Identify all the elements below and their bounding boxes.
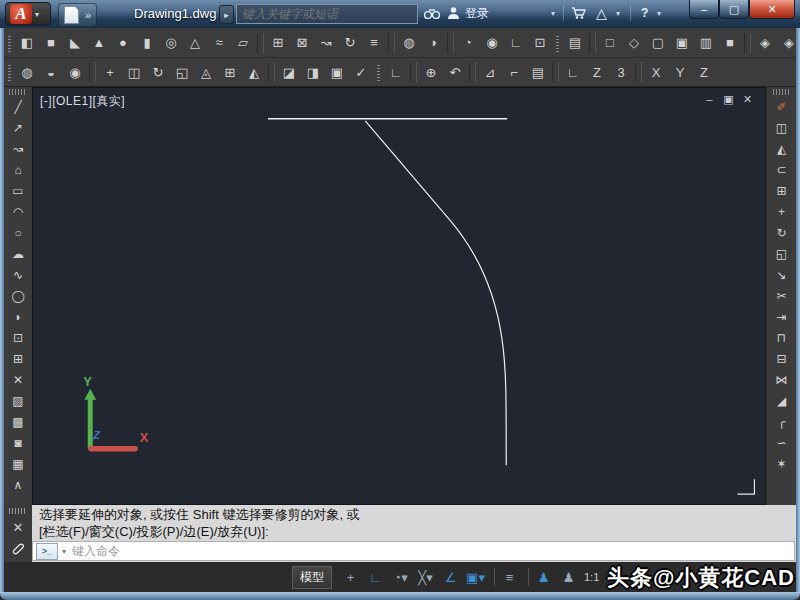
offset-icon[interactable]: ⊂ — [770, 159, 794, 180]
3d-scale-icon[interactable]: ◱ — [170, 61, 194, 84]
ucs-3point-icon[interactable]: 3 — [609, 61, 633, 84]
revision-cloud-icon[interactable]: ☁ — [6, 243, 30, 264]
command-close-icon[interactable]: ✕ — [6, 518, 30, 536]
model-tab-button[interactable]: 模型 — [292, 566, 332, 589]
pyramid-icon[interactable]: △ — [183, 31, 207, 54]
trim-icon[interactable]: ✂ — [770, 285, 794, 306]
3d-copy-icon[interactable]: ◫ — [122, 61, 146, 84]
create-block-icon[interactable]: ⊞ — [6, 348, 30, 369]
3d-move-icon[interactable]: + — [98, 61, 122, 84]
annotation-scale-label[interactable]: 1:1 — [581, 566, 602, 588]
rotate-icon[interactable]: ↻ — [770, 222, 794, 243]
polar-tracking-icon[interactable]: ◔▾ — [388, 566, 413, 588]
region-icon[interactable]: ◙ — [6, 432, 30, 453]
otrack-icon[interactable]: ∠ — [438, 566, 463, 588]
join-icon[interactable]: ⋈ — [770, 369, 794, 390]
sphere-icon[interactable]: ● — [111, 31, 135, 54]
planar-surface-icon[interactable]: ▱ — [231, 31, 255, 54]
vs-conceptual-icon[interactable]: ▥ — [694, 31, 718, 54]
command-prompt-icon[interactable]: >_ — [36, 543, 58, 560]
osnap-icon[interactable]: ▣▾ — [463, 566, 488, 588]
ucs-previous-icon[interactable]: ↶ — [443, 61, 467, 84]
constrained-orbit-icon[interactable]: ◔ — [456, 31, 480, 54]
arc-icon[interactable]: ◠ — [6, 201, 30, 222]
isodraft-icon[interactable]: ╳▾ — [413, 566, 438, 588]
fillet-icon[interactable]: ╭ — [770, 411, 794, 432]
validate-solid-icon[interactable]: ✓ — [349, 61, 373, 84]
command-input[interactable] — [70, 543, 791, 559]
explode-icon[interactable]: ✶ — [770, 453, 794, 474]
imprint-icon[interactable]: ▣ — [325, 61, 349, 84]
line-icon[interactable]: ╱ — [6, 96, 30, 117]
extrude-icon[interactable]: ⊠ — [290, 31, 314, 54]
helix-icon[interactable]: ≈ — [207, 31, 231, 54]
move-icon[interactable]: + — [770, 201, 794, 222]
ucs-world-icon[interactable]: ⊕ — [419, 61, 443, 84]
cone-icon[interactable]: ▲ — [87, 31, 111, 54]
vs-hidden-icon[interactable]: ▢ — [646, 31, 670, 54]
chamfer-icon[interactable]: ◢ — [770, 390, 794, 411]
gem-style-icon-1[interactable]: ◈ — [753, 31, 777, 54]
help-caret-icon[interactable]: ▾ — [657, 4, 661, 22]
ucs-view-icon[interactable]: ▤ — [526, 61, 550, 84]
cylinder-icon[interactable]: ▮ — [135, 31, 159, 54]
customize-wrench-icon[interactable] — [6, 540, 30, 558]
section-plane-icon[interactable]: ◍ — [397, 31, 421, 54]
ucs-y-rotate-icon[interactable]: Y — [668, 61, 692, 84]
ucs-object-icon[interactable]: ⌐ — [502, 61, 526, 84]
scale-icon[interactable]: ◱ — [770, 243, 794, 264]
user-icon[interactable] — [447, 4, 460, 22]
blend-curves-icon[interactable]: ∽ — [770, 432, 794, 453]
ortho-icon[interactable]: ∟ — [363, 566, 388, 588]
polygon-icon[interactable]: ⌂ — [6, 159, 30, 180]
close-button[interactable]: ✕ — [749, 0, 795, 19]
break-icon[interactable]: ⊟ — [770, 348, 794, 369]
gradient-icon[interactable]: ▩ — [6, 411, 30, 432]
sweep-icon[interactable]: ↝ — [314, 31, 338, 54]
subtract-icon[interactable]: ◒ — [39, 61, 63, 84]
drawing-canvas[interactable]: [-][OLE1][真实] –▣✕ Y X Z — [32, 87, 766, 505]
ucs-face-icon[interactable]: ⊿ — [478, 61, 502, 84]
union-icon[interactable]: ◍ — [15, 61, 39, 84]
a360-caret-icon[interactable]: ▾ — [616, 4, 620, 22]
annotation-visibility-icon[interactable]: ♟ — [531, 566, 556, 588]
construction-line-icon[interactable]: ↗ — [6, 117, 30, 138]
minimize-button[interactable]: – — [689, 0, 719, 19]
extend-icon[interactable]: ⇥ — [770, 306, 794, 327]
ucs-z-rotate-icon[interactable]: Z — [692, 61, 716, 84]
command-prompt-caret-icon[interactable]: ▾ — [62, 547, 66, 556]
vs-shaded-icon[interactable]: ■ — [718, 31, 742, 54]
app-menu-button[interactable]: A ▾ — [5, 2, 51, 26]
3d-array-icon[interactable]: ⊞ — [218, 61, 242, 84]
cart-icon[interactable] — [571, 4, 586, 22]
visual-styles-manager-icon[interactable]: ▤ — [563, 31, 587, 54]
revolve-icon[interactable]: ↻ — [338, 31, 362, 54]
ellipse-icon[interactable]: ◯ — [6, 285, 30, 306]
3d-mirror-icon[interactable]: ◭ — [242, 61, 266, 84]
mirror-icon[interactable]: ◭ — [770, 138, 794, 159]
snap-mode-icon[interactable]: + — [338, 566, 363, 588]
help-icon[interactable]: ? — [641, 4, 648, 22]
spline-icon[interactable]: ∿ — [6, 264, 30, 285]
ellipse-arc-icon[interactable]: ◗ — [6, 306, 30, 327]
search-box[interactable] — [236, 4, 418, 24]
array-icon[interactable]: ⊞ — [770, 180, 794, 201]
maximize-button[interactable]: ▢ — [719, 0, 749, 19]
search-binoculars-icon[interactable] — [424, 4, 440, 22]
qat-expand-button[interactable]: » — [85, 9, 91, 21]
intersect-icon[interactable]: ◉ — [63, 61, 87, 84]
table-icon[interactable]: ▦ — [6, 453, 30, 474]
free-orbit-icon[interactable]: ◉ — [480, 31, 504, 54]
signin-caret-icon[interactable]: ▾ — [551, 4, 555, 22]
vs-wireframe-icon[interactable]: ◇ — [622, 31, 646, 54]
interference-icon[interactable]: ◑ — [421, 31, 445, 54]
point-icon[interactable]: ✕ — [6, 369, 30, 390]
curved-polyline[interactable] — [365, 121, 506, 466]
3d-rotate-icon[interactable]: ↻ — [146, 61, 170, 84]
ucs-tool-icon[interactable]: ∟ — [504, 31, 528, 54]
new-document-icon[interactable] — [64, 6, 79, 24]
ucs-x-rotate-icon[interactable]: X — [644, 61, 668, 84]
vs-realistic-icon[interactable]: ▣ — [670, 31, 694, 54]
vs-2d-wireframe-icon[interactable]: □ — [598, 31, 622, 54]
scroll-up-icon[interactable]: ∧ — [6, 474, 30, 495]
